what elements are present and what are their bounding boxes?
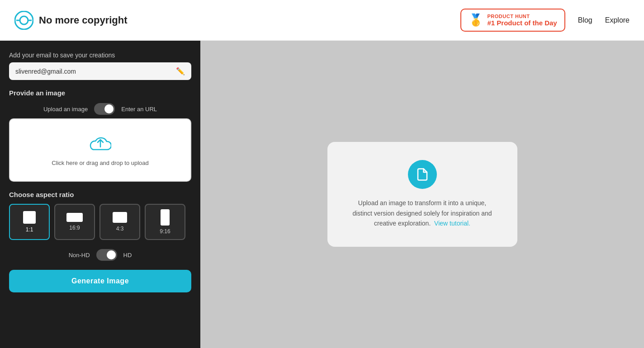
aspect-label-16-9: 16:9 xyxy=(69,225,80,231)
aspect-label-4-3: 4:3 xyxy=(116,226,124,232)
aspect-icon-9-16 xyxy=(161,209,170,226)
product-hunt-badge[interactable]: 🥇 PRODUCT HUNT #1 Product of the Day xyxy=(460,9,565,32)
toggle-url-label: Enter an URL xyxy=(121,106,157,113)
toggle-upload-label: Upload an image xyxy=(43,106,88,113)
ph-label-top: PRODUCT HUNT xyxy=(488,14,557,19)
info-card-main-text: Upload an image to transform it into a u… xyxy=(352,199,492,227)
hd-toggle-row: Non-HD HD xyxy=(9,249,191,261)
email-input[interactable] xyxy=(15,68,172,75)
upload-text: Click here or drag and drop to upload xyxy=(52,160,149,166)
aspect-ratio-section: Choose aspect ratio 1:1 16:9 4:3 9:16 xyxy=(9,191,191,240)
image-toggle-row: Upload an image Enter an URL xyxy=(9,103,191,115)
main-layout: Add your email to save your creations ✏️… xyxy=(0,41,644,348)
aspect-label-9-16: 9:16 xyxy=(160,228,170,235)
ph-label-bottom: #1 Product of the Day xyxy=(488,19,557,27)
header: No more copyright 🥇 PRODUCT HUNT #1 Prod… xyxy=(0,0,644,41)
aspect-btn-16-9[interactable]: 16:9 xyxy=(54,204,95,240)
sidebar: Add your email to save your creations ✏️… xyxy=(0,41,200,348)
aspect-ratio-grid: 1:1 16:9 4:3 9:16 xyxy=(9,204,191,240)
aspect-label-1-1: 1:1 xyxy=(26,226,33,233)
hd-label-left: Non-HD xyxy=(69,252,90,259)
email-section: Add your email to save your creations ✏️ xyxy=(9,52,191,80)
nav-explore[interactable]: Explore xyxy=(605,16,630,24)
nav-blog[interactable]: Blog xyxy=(578,16,592,24)
info-card: Upload an image to transform it into a u… xyxy=(327,142,517,246)
medal-icon: 🥇 xyxy=(469,13,483,27)
view-tutorial-link[interactable]: View tutorial. xyxy=(434,220,470,227)
email-label: Add your email to save your creations xyxy=(9,52,191,59)
document-icon xyxy=(416,168,429,181)
email-input-wrapper: ✏️ xyxy=(9,62,191,80)
aspect-btn-4-3[interactable]: 4:3 xyxy=(99,204,140,240)
logo-icon xyxy=(14,11,33,30)
upload-cloud-icon xyxy=(90,134,111,154)
app-title: No more copyright xyxy=(39,14,128,26)
info-card-text: Upload an image to transform it into a u… xyxy=(349,198,496,228)
aspect-icon-4-3 xyxy=(113,212,127,223)
hd-toggle-knob xyxy=(107,250,116,259)
aspect-icon-1-1 xyxy=(23,211,36,224)
generate-button[interactable]: Generate Image xyxy=(9,270,191,292)
toggle-knob xyxy=(104,104,114,113)
content-area: Upload an image to transform it into a u… xyxy=(200,41,644,348)
provide-image-section: Provide an image Upload an image Enter a… xyxy=(9,89,191,182)
ph-text: PRODUCT HUNT #1 Product of the Day xyxy=(488,14,557,27)
hd-label-right: HD xyxy=(123,252,132,259)
info-card-icon-circle xyxy=(408,160,437,189)
header-left: No more copyright xyxy=(14,11,128,30)
upload-area[interactable]: Click here or drag and drop to upload xyxy=(9,118,191,182)
image-source-toggle[interactable] xyxy=(94,103,115,115)
aspect-ratio-label: Choose aspect ratio xyxy=(9,191,191,198)
header-right: 🥇 PRODUCT HUNT #1 Product of the Day Blo… xyxy=(460,9,630,32)
svg-point-1 xyxy=(20,16,28,24)
aspect-btn-1-1[interactable]: 1:1 xyxy=(9,204,50,240)
hd-toggle[interactable] xyxy=(96,249,117,261)
aspect-btn-9-16[interactable]: 9:16 xyxy=(145,204,185,240)
aspect-icon-16-9 xyxy=(66,213,83,222)
edit-icon[interactable]: ✏️ xyxy=(176,67,185,75)
provide-image-label: Provide an image xyxy=(9,89,191,97)
